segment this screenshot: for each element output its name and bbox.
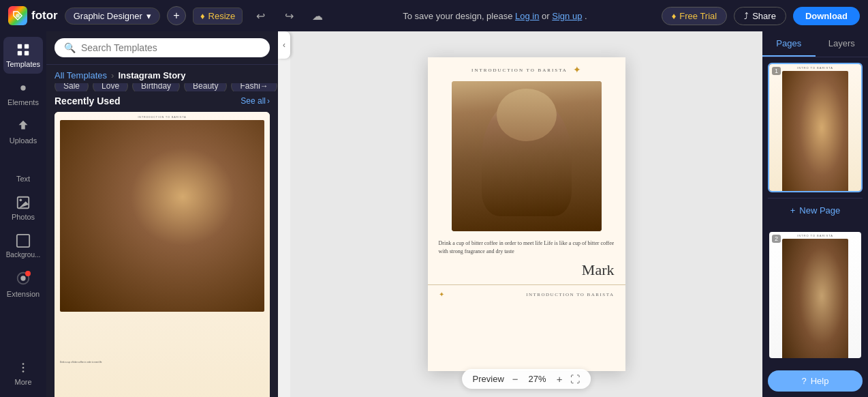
canvas-document: INTRODUCTION TO BARISTA ✦ Drink a cup of… [428, 57, 625, 371]
elements-icon [16, 80, 31, 95]
chip-beauty[interactable]: Beauty [184, 83, 227, 91]
sidebar: Templates Elements Uploads Text Photos B… [0, 31, 46, 397]
svg-rect-4 [25, 51, 29, 55]
sidebar-item-label: Text [16, 175, 30, 183]
more-icon [16, 360, 31, 375]
redo-button[interactable]: ↪ [278, 5, 300, 27]
chevron-down-icon: ▾ [146, 11, 151, 21]
sidebar-item-label: More [14, 378, 31, 386]
sidebar-item-templates[interactable]: Templates [3, 37, 43, 74]
svg-rect-2 [25, 44, 29, 48]
page-thumb-2[interactable]: INTRO TO BARISTA Mark INTRO TO BARISTA 2 [768, 231, 863, 360]
sidebar-item-background[interactable]: Backgrou... [3, 228, 43, 264]
mode-label: Graphic Designer [74, 11, 142, 21]
sidebar-item-label: Extension [7, 290, 40, 298]
save-prompt: To save your design, please Log in or Si… [335, 11, 654, 21]
canvas-top-bar: INTRODUCTION TO BARISTA ✦ [428, 57, 625, 78]
zoom-in-button[interactable]: + [557, 373, 563, 385]
share-button[interactable]: ⤴ Share [734, 7, 786, 25]
chip-more[interactable]: Fashi→ [231, 83, 277, 91]
plus-icon: + [790, 205, 796, 216]
canvas-signature: Mark [428, 261, 625, 284]
resize-button[interactable]: ♦ Resize [193, 8, 243, 25]
question-icon: ? [802, 376, 807, 386]
zoom-out-button[interactable]: − [512, 373, 518, 385]
help-button[interactable]: ? Help [768, 370, 863, 392]
notification-badge [25, 271, 31, 276]
breadcrumb: All Templates › Instagram Story [46, 65, 278, 83]
crown-icon: ♦ [672, 11, 677, 21]
page-mini-content-2: INTRO TO BARISTA Mark INTRO TO BARISTA [769, 232, 861, 360]
sidebar-item-label: Photos [12, 213, 35, 221]
signup-link[interactable]: Sign up [552, 11, 582, 21]
photos-icon [16, 195, 31, 210]
upload-icon [16, 119, 31, 134]
tab-pages[interactable]: Pages [762, 31, 816, 57]
navbar: fotor Graphic Designer ▾ + ♦ Resize ↩ ↪ … [0, 0, 868, 31]
recent-template-thumb[interactable]: INTRODUCTION TO BARISTA Drink a cup of b… [55, 112, 270, 397]
canvas-quote-text: Drink a cup of bitter coffee in order to… [428, 234, 625, 261]
category-chips: Sale Love Birthday Beauty Fashi→ [46, 83, 278, 91]
page-thumbnail: INTRO TO BARISTA Mark INTRODUCTION TO BA… [769, 64, 861, 192]
svg-point-7 [20, 199, 22, 202]
share-icon: ⤴ [744, 11, 749, 21]
preview-button[interactable]: Preview [473, 374, 504, 384]
grid-icon [16, 42, 31, 57]
chip-sale[interactable]: Sale [55, 83, 89, 91]
search-icon: 🔍 [64, 42, 76, 53]
mini-image-2 [782, 239, 848, 360]
panel-toggle-button[interactable]: ‹ [278, 31, 290, 59]
svg-point-10 [22, 367, 25, 369]
sidebar-item-uploads[interactable]: Uploads [3, 113, 43, 150]
tab-layers[interactable]: Layers [816, 31, 869, 57]
sidebar-item-label: Backgrou... [6, 251, 41, 259]
see-all-link[interactable]: See all › [241, 96, 270, 106]
breadcrumb-separator: › [111, 70, 114, 80]
svg-point-0 [16, 14, 20, 18]
right-panel: Pages Layers INTRO TO BARISTA Mark [762, 31, 868, 397]
svg-point-9 [20, 276, 25, 280]
template-panel: 🔍 All Templates › Instagram Story Sale L… [46, 31, 278, 397]
recently-used-section: Recently Used See all › INTRODUCTION TO … [46, 91, 278, 397]
section-title: Recently Used [55, 95, 120, 106]
bottom-star-left: ✦ [439, 291, 444, 298]
app-logo: fotor [8, 6, 58, 25]
zoom-level: 27% [527, 374, 548, 384]
canvas-top-title: INTRODUCTION TO BARISTA [471, 68, 568, 73]
search-input-wrap: 🔍 [55, 38, 270, 57]
svg-rect-3 [18, 51, 22, 55]
page-number: 1 [772, 67, 781, 75]
fullscreen-button[interactable]: ⛶ [570, 374, 580, 385]
star-decoration: ✦ [573, 64, 581, 76]
sidebar-item-label: Elements [7, 98, 39, 106]
section-header: Recently Used See all › [55, 95, 270, 106]
save-cloud-button[interactable]: ☁ [307, 5, 328, 27]
mini-title: INTRO TO BARISTA [797, 66, 833, 70]
undo-button[interactable]: ↩ [249, 5, 271, 27]
pages-panel: INTRO TO BARISTA Mark INTRODUCTION TO BA… [762, 57, 868, 365]
download-button[interactable]: Download [793, 7, 860, 25]
sidebar-item-photos[interactable]: Photos [3, 190, 43, 226]
add-button[interactable]: + [167, 6, 186, 25]
chip-birthday[interactable]: Birthday [132, 83, 180, 91]
canvas-area[interactable]: INTRODUCTION TO BARISTA ✦ Drink a cup of… [290, 31, 762, 397]
svg-point-12 [22, 370, 25, 372]
page-number-2: 2 [772, 235, 781, 243]
sidebar-item-elements[interactable]: Elements [3, 75, 43, 112]
sidebar-item-text[interactable]: Text [3, 151, 43, 188]
search-input[interactable] [81, 42, 260, 53]
chip-love[interactable]: Love [93, 83, 128, 91]
mode-selector-button[interactable]: Graphic Designer ▾ [65, 8, 160, 25]
free-trial-button[interactable]: ♦ Free Trial [662, 7, 728, 25]
background-icon [16, 233, 31, 248]
text-icon [16, 157, 31, 172]
new-page-button[interactable]: + New Page [768, 198, 863, 222]
sidebar-item-label: Templates [6, 60, 40, 68]
breadcrumb-parent[interactable]: All Templates [55, 70, 107, 80]
sidebar-item-extension[interactable]: Extension [3, 265, 43, 304]
sidebar-item-more[interactable]: More [3, 355, 43, 392]
page-thumb-1[interactable]: INTRO TO BARISTA Mark INTRODUCTION TO BA… [768, 63, 863, 192]
search-bar: 🔍 [46, 31, 278, 65]
login-link[interactable]: Log in [515, 11, 539, 21]
page-mini-content: INTRO TO BARISTA Mark INTRODUCTION TO BA… [769, 64, 861, 192]
